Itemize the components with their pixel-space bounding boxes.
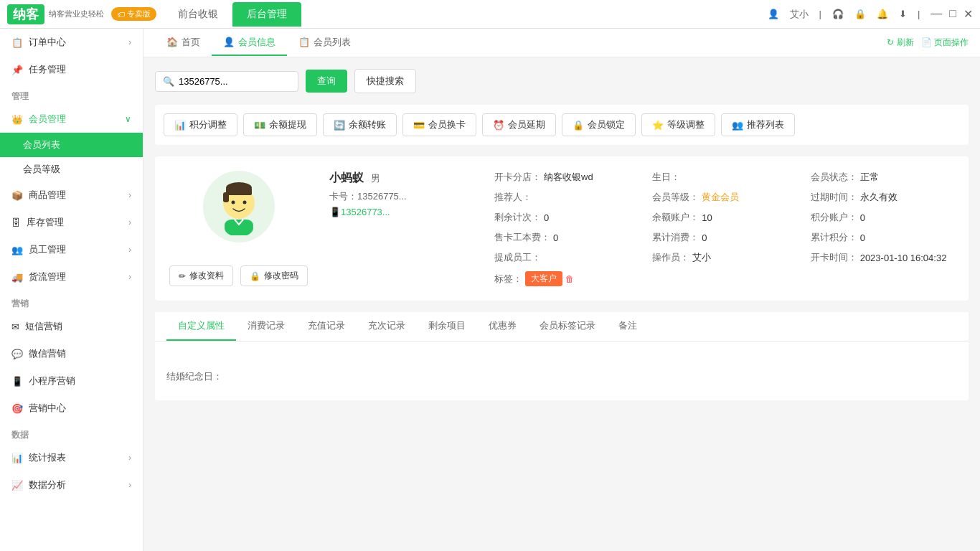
sidebar-item-members[interactable]: 👑 会员管理 ∨ bbox=[0, 105, 143, 133]
search-icon: 🔍 bbox=[163, 76, 174, 87]
tab-bar-right: ↻ 刷新 📄 页面操作 bbox=[887, 37, 969, 49]
search-input[interactable] bbox=[179, 76, 279, 87]
member-card: ✏ 修改资料 🔒 修改密码 小蚂蚁 bbox=[155, 156, 969, 301]
avatar bbox=[203, 171, 275, 242]
chevron-icon: › bbox=[128, 190, 131, 200]
sub-tab-tag-records[interactable]: 会员标签记录 bbox=[528, 312, 607, 341]
sidebar-item-analytics[interactable]: 📈 数据分析 › bbox=[0, 471, 143, 499]
card-replace-btn[interactable]: 💳 会员换卡 bbox=[402, 113, 476, 136]
refresh-icon: ↻ bbox=[887, 37, 894, 47]
sidebar-item-staff[interactable]: 👥 员工管理 › bbox=[0, 236, 143, 263]
nav-tab-back[interactable]: 后台管理 bbox=[232, 2, 301, 27]
badge-pro: 🏷 专卖版 bbox=[111, 7, 156, 21]
sidebar-item-wechat[interactable]: 💬 微信营销 bbox=[0, 340, 143, 367]
tab-home[interactable]: 🏠 首页 bbox=[155, 30, 212, 56]
sub-tab-times[interactable]: 充次记录 bbox=[357, 312, 417, 341]
tag-delete-btn[interactable]: 🗑 bbox=[565, 274, 574, 284]
tab-member-list[interactable]: 📋 会员列表 bbox=[287, 30, 362, 56]
nav-tab-front[interactable]: 前台收银 bbox=[164, 2, 232, 27]
sidebar-item-sms[interactable]: ✉ 短信营销 bbox=[0, 313, 143, 340]
maximize-btn[interactable]: □ bbox=[949, 7, 956, 21]
section-manage: 管理 bbox=[0, 83, 143, 105]
title-bar: 纳客 纳客营业史轻松 🏷 专卖版 前台收银 后台管理 👤 艾小 | 🎧 🔒 🔔 … bbox=[0, 0, 980, 29]
content-area: 🏠 首页 👤 会员信息 📋 会员列表 ↻ 刷新 📄 bbox=[143, 29, 980, 551]
staff-icon: 👥 bbox=[11, 245, 23, 255]
sidebar-item-miniapp[interactable]: 📱 小程序营销 bbox=[0, 367, 143, 395]
headset-icon[interactable]: 🎧 bbox=[832, 9, 844, 19]
level-adjust-btn[interactable]: ⭐ 等级调整 bbox=[641, 113, 715, 136]
points-adjust-btn[interactable]: 📊 积分调整 bbox=[164, 113, 237, 136]
edit-profile-btn[interactable]: ✏ 修改资料 bbox=[169, 265, 233, 286]
tab-bar-left: 🏠 首页 👤 会员信息 📋 会员列表 bbox=[155, 30, 362, 56]
nav-tabs-top: 前台收银 后台管理 bbox=[164, 2, 301, 27]
lock-btn-icon: 🔒 bbox=[573, 120, 584, 131]
page-op-btn[interactable]: 📄 页面操作 bbox=[921, 37, 969, 49]
svg-rect-3 bbox=[223, 192, 229, 202]
query-button[interactable]: 查询 bbox=[306, 70, 347, 93]
bell-icon[interactable]: 🔔 bbox=[877, 9, 888, 19]
svg-point-5 bbox=[242, 201, 246, 204]
pageop-icon: 📄 bbox=[921, 37, 932, 47]
logo-area: 纳客 纳客营业史轻松 bbox=[7, 4, 104, 24]
detail-tags: 标签： 大客户 🗑 bbox=[494, 271, 638, 286]
lock-icon[interactable]: 🔒 bbox=[854, 9, 866, 19]
sidebar-item-tasks[interactable]: 📌 任务管理 bbox=[0, 56, 143, 83]
chevron-icon: ∨ bbox=[125, 114, 131, 124]
download-icon[interactable]: ⬇ bbox=[899, 9, 907, 19]
detail-referrer: 推荐人： bbox=[494, 191, 638, 204]
referral-list-btn[interactable]: 👥 推荐列表 bbox=[721, 113, 795, 136]
detail-status: 会员状态： 正常 bbox=[811, 171, 954, 184]
balance-transfer-btn[interactable]: 🔄 余额转账 bbox=[323, 113, 397, 136]
badge-icon: 🏷 bbox=[117, 10, 125, 19]
points-icon: 📊 bbox=[174, 120, 186, 131]
member-extend-btn[interactable]: ⏰ 会员延期 bbox=[482, 113, 556, 136]
main-layout: 📋 订单中心 › 📌 任务管理 管理 👑 会员管理 ∨ 会员列表 会员等级 📦 … bbox=[0, 29, 980, 551]
chevron-icon: › bbox=[128, 480, 131, 490]
custom-attr-content: 结婚纪念日： bbox=[155, 353, 969, 400]
sub-tab-consume[interactable]: 消费记录 bbox=[236, 312, 296, 341]
close-btn[interactable]: ✕ bbox=[963, 7, 973, 21]
sub-tab-custom-attr[interactable]: 自定义属性 bbox=[166, 312, 236, 341]
detail-sell-cost: 售卡工本费： 0 bbox=[494, 231, 638, 244]
balance-withdraw-btn[interactable]: 💵 余额提现 bbox=[243, 113, 317, 136]
sidebar-sub-member-list[interactable]: 会员列表 bbox=[0, 133, 143, 157]
member-gender: 男 bbox=[371, 172, 380, 185]
transfer-icon: 🔄 bbox=[334, 120, 345, 131]
sidebar-item-logistics[interactable]: 🚚 货流管理 › bbox=[0, 263, 143, 291]
title-bar-left: 纳客 纳客营业史轻松 🏷 专卖版 前台收银 后台管理 bbox=[7, 2, 301, 27]
member-lock-btn[interactable]: 🔒 会员锁定 bbox=[562, 113, 636, 136]
member-icon: 👤 bbox=[223, 37, 235, 47]
sidebar-item-reports[interactable]: 📊 统计报表 › bbox=[0, 444, 143, 471]
sidebar-item-products[interactable]: 📦 商品管理 › bbox=[0, 182, 143, 209]
change-pwd-btn[interactable]: 🔒 修改密码 bbox=[240, 265, 308, 286]
orders-icon: 📋 bbox=[11, 37, 23, 48]
wechat-icon: 💬 bbox=[11, 349, 23, 359]
detail-promoter: 提成员工： bbox=[494, 251, 638, 264]
sidebar: 📋 订单中心 › 📌 任务管理 管理 👑 会员管理 ∨ 会员列表 会员等级 📦 … bbox=[0, 29, 143, 551]
tab-bar: 🏠 首页 👤 会员信息 📋 会员列表 ↻ 刷新 📄 bbox=[143, 29, 980, 57]
search-input-wrapper[interactable]: 🔍 bbox=[155, 71, 298, 92]
chevron-icon: › bbox=[128, 272, 131, 282]
page-content: 🔍 查询 快捷搜索 📊 积分调整 💵 余额提现 🔄 余额转账 bbox=[143, 57, 980, 551]
sub-tab-recharge[interactable]: 充值记录 bbox=[296, 312, 357, 341]
minimize-btn[interactable]: — bbox=[930, 7, 942, 21]
list-icon: 📋 bbox=[298, 37, 310, 47]
svg-rect-2 bbox=[226, 188, 252, 195]
section-marketing: 营销 bbox=[0, 291, 143, 313]
sub-tab-remark[interactable]: 备注 bbox=[607, 312, 649, 341]
member-details: 开卡分店： 纳客收银wd 生日： 会员状态： 正常 bbox=[494, 171, 954, 286]
logo-sub: 纳客营业史轻松 bbox=[49, 9, 104, 19]
sub-tab-coupon[interactable]: 优惠券 bbox=[477, 312, 528, 341]
sub-tab-remaining[interactable]: 剩余项目 bbox=[417, 312, 477, 341]
quick-search-button[interactable]: 快捷搜索 bbox=[354, 69, 416, 93]
sidebar-item-inventory[interactable]: 🗄 库存管理 › bbox=[0, 209, 143, 236]
sidebar-item-marketing-center[interactable]: 🎯 营销中心 bbox=[0, 395, 143, 422]
action-bar: 📊 积分调整 💵 余额提现 🔄 余额转账 💳 会员换卡 ⏰ 会员延期 bbox=[155, 105, 969, 145]
extend-icon: ⏰ bbox=[493, 120, 504, 131]
detail-point-account: 积分账户： 0 bbox=[811, 211, 954, 224]
refresh-btn[interactable]: ↻ 刷新 bbox=[887, 37, 913, 49]
products-icon: 📦 bbox=[11, 190, 23, 201]
tab-member-info[interactable]: 👤 会员信息 bbox=[212, 30, 287, 56]
sidebar-item-orders[interactable]: 📋 订单中心 › bbox=[0, 29, 143, 56]
sidebar-sub-member-level[interactable]: 会员等级 bbox=[0, 157, 143, 182]
